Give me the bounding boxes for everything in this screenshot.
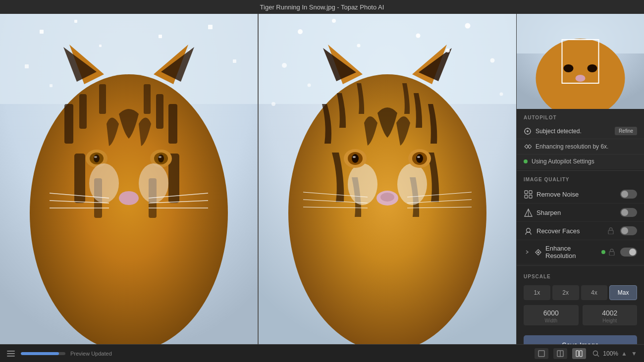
upscale-max-button[interactable]: Max — [609, 285, 637, 300]
autopilot-section: AUTOPILOT Subject detected. — [517, 109, 644, 169]
svg-rect-5 — [168, 104, 177, 144]
height-label: Height — [588, 318, 633, 323]
svg-point-101 — [537, 251, 539, 253]
svg-rect-38 — [50, 84, 53, 87]
upscale-4x-button[interactable]: 4x — [581, 285, 608, 300]
svg-point-52 — [397, 163, 427, 205]
section-divider-1 — [517, 170, 644, 171]
subject-icon — [524, 127, 532, 135]
enhancing-resolution-text: Enhancing resolution by 6x. — [536, 143, 637, 150]
remove-noise-icon — [524, 190, 533, 199]
app-title: Tiger Running In Snow.jpg - Topaz Photo … — [260, 3, 384, 11]
side-by-side-view-button[interactable] — [572, 348, 586, 359]
sharpen-label: Sharpen — [537, 209, 616, 216]
svg-point-69 — [298, 29, 303, 34]
before-panel — [0, 14, 259, 344]
svg-rect-94 — [529, 191, 532, 194]
svg-point-77 — [308, 84, 311, 87]
zoom-level: 100% — [603, 350, 618, 357]
svg-point-70 — [332, 19, 336, 23]
svg-point-75 — [282, 63, 287, 68]
save-image-button[interactable]: Save Image — [524, 335, 637, 344]
progress-bar-fill — [21, 352, 59, 355]
thumbnail-image — [517, 14, 644, 109]
sharpen-row: Sharpen — [517, 204, 644, 222]
split-view-button[interactable] — [553, 348, 567, 359]
image-quality-header: IMAGE QUALITY — [517, 172, 644, 185]
svg-point-15 — [94, 155, 100, 162]
svg-point-71 — [416, 34, 421, 38]
svg-rect-6 — [156, 94, 163, 129]
autopilot-settings-text: Using Autopilot Settings — [532, 158, 637, 165]
svg-point-88 — [527, 130, 529, 132]
svg-point-59 — [416, 154, 423, 163]
svg-line-112 — [597, 355, 599, 357]
recover-faces-lock-icon — [607, 227, 614, 234]
svg-rect-4 — [79, 94, 87, 129]
menu-icon[interactable] — [6, 349, 16, 359]
svg-rect-95 — [525, 195, 528, 198]
height-box: 4002 Height — [583, 305, 638, 325]
recover-faces-row: Recover Faces — [517, 222, 644, 240]
enhance-resolution-row: Enhance Resolution — [517, 240, 644, 264]
svg-point-55 — [352, 154, 359, 163]
svg-rect-110 — [580, 351, 582, 357]
zoom-up-button[interactable]: ▲ — [620, 350, 628, 358]
right-panel: AUTOPILOT Subject detected. — [516, 14, 644, 344]
thumbnail-area — [517, 14, 644, 109]
height-value: 4002 — [588, 309, 633, 317]
svg-rect-37 — [233, 59, 236, 63]
remove-noise-label: Remove Noise — [537, 191, 616, 198]
svg-point-20 — [159, 156, 161, 158]
enhance-resolution-expand[interactable] — [524, 249, 531, 256]
svg-rect-109 — [576, 351, 579, 357]
svg-point-85 — [576, 75, 586, 82]
sharpen-toggle[interactable] — [620, 208, 637, 217]
dimension-row: 6000 Width 4002 Height — [524, 305, 637, 325]
svg-rect-7 — [99, 84, 106, 114]
enhance-resolution-icon — [534, 248, 542, 257]
svg-rect-103 — [7, 351, 15, 352]
svg-rect-36 — [25, 64, 29, 68]
svg-rect-105 — [7, 356, 15, 357]
svg-rect-102 — [609, 252, 614, 256]
svg-point-60 — [417, 156, 420, 158]
zoom-down-button[interactable]: ▼ — [630, 350, 638, 358]
svg-point-16 — [94, 156, 97, 158]
recover-faces-toggle[interactable] — [620, 226, 637, 235]
svg-rect-3 — [64, 104, 73, 144]
remove-noise-toggle[interactable] — [620, 190, 637, 199]
svg-point-99 — [526, 228, 530, 232]
settings-area[interactable]: AUTOPILOT Subject detected. — [517, 109, 644, 344]
image-area — [0, 14, 516, 344]
autopilot-settings-row: Using Autopilot Settings — [517, 155, 644, 168]
single-view-button[interactable] — [535, 348, 548, 359]
svg-rect-31 — [74, 20, 77, 23]
svg-rect-34 — [99, 45, 102, 47]
upscale-header: UPSCALE — [524, 272, 637, 282]
main-layout: AUTOPILOT Subject detected. — [0, 14, 644, 344]
svg-point-83 — [564, 64, 574, 72]
progress-bar — [21, 352, 65, 355]
refine-button[interactable]: Refine — [615, 127, 637, 135]
svg-rect-39 — [0, 277, 258, 344]
zoom-icon — [591, 349, 601, 359]
upscale-2x-button[interactable]: 2x — [552, 285, 579, 300]
bottom-bar: Preview Updated 100% ▲ ▼ — [0, 344, 644, 362]
save-button-container: Save Image — [517, 330, 644, 344]
upscale-1x-button[interactable]: 1x — [524, 285, 550, 300]
enhance-resolution-active-dot — [601, 250, 605, 254]
remove-noise-row: Remove Noise — [517, 185, 644, 204]
resolution-icon — [524, 143, 532, 151]
width-box: 6000 Width — [524, 305, 579, 325]
enhancing-resolution-row: Enhancing resolution by 6x. — [517, 139, 644, 155]
enhance-resolution-label: Enhance Resolution — [545, 245, 598, 259]
svg-point-111 — [593, 351, 598, 355]
width-label: Width — [529, 318, 574, 323]
recover-faces-label: Recover Faces — [537, 227, 603, 235]
svg-point-62 — [380, 193, 394, 202]
after-panel — [259, 14, 516, 344]
svg-point-74 — [446, 49, 450, 52]
zoom-control: 100% ▲ ▼ — [591, 349, 638, 359]
enhance-resolution-toggle[interactable] — [620, 248, 637, 257]
